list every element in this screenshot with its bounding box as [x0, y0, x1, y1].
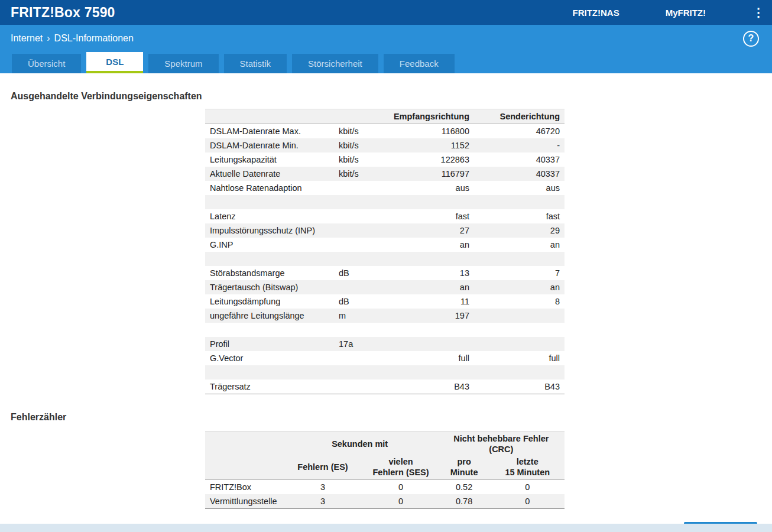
table-cell: Aktuelle Datenrate — [205, 167, 334, 181]
table-row: LeitungsdämpfungdB118 — [205, 294, 565, 309]
table-cell — [372, 323, 474, 337]
table-cell: 11 — [372, 294, 474, 309]
table-cell — [372, 337, 474, 351]
column-header: letzte 15 Minuten — [490, 455, 565, 480]
error-counter-table: Sekunden mit Nicht behebbare Fehler (CRC… — [205, 431, 565, 509]
table-cell: 0 — [364, 494, 437, 509]
column-header: vielen Fehlern (SES) — [364, 455, 437, 480]
table-row: Trägertausch (Bitswap)anan — [205, 280, 565, 294]
column-group-header: Sekunden mit — [282, 432, 438, 455]
button-row: Aktualisieren — [0, 509, 772, 524]
table-row: Latenzfastfast — [205, 209, 565, 223]
table-cell — [205, 365, 334, 379]
table-cell — [474, 337, 565, 351]
table-cell: an — [372, 238, 474, 252]
table-cell: Impulsstörungsschutz (INP) — [205, 223, 334, 238]
table-cell: Leitungsdämpfung — [205, 294, 334, 309]
table-cell: 3 — [282, 480, 364, 495]
tab-uebersicht[interactable]: Übersicht — [12, 54, 81, 73]
breadcrumb-section[interactable]: Internet — [11, 33, 43, 44]
fritzbox-page: FRITZ!Box 7590 FRITZ!NAS MyFRITZ! ⋮ Inte… — [0, 0, 772, 532]
breadcrumb: Internet › DSL-Informationen — [11, 33, 134, 44]
table-cell: 40337 — [474, 153, 565, 167]
table-cell: Störabstandsmarge — [205, 266, 334, 280]
table-cell — [334, 238, 372, 252]
table-cell: 197 — [372, 309, 474, 323]
table-cell — [205, 195, 334, 209]
table-cell — [334, 181, 372, 195]
tab-feedback[interactable]: Feedback — [384, 54, 455, 73]
table-cell: 0 — [490, 480, 565, 495]
tab-spektrum[interactable]: Spektrum — [148, 54, 218, 73]
table-cell — [474, 365, 565, 379]
table-cell — [334, 223, 372, 238]
table-cell: B43 — [474, 379, 565, 394]
table-cell: 40337 — [474, 167, 565, 181]
table-cell: kbit/s — [334, 153, 372, 167]
table-row — [205, 323, 565, 337]
column-header: Senderichtung — [474, 109, 565, 124]
table-cell: kbit/s — [334, 167, 372, 181]
table-cell: G.INP — [205, 238, 334, 252]
table-cell: 122863 — [372, 153, 474, 167]
table-cell — [334, 365, 372, 379]
table-cell: DSLAM-Datenrate Min. — [205, 138, 334, 153]
table-cell: 0 — [490, 494, 565, 509]
table-cell: FRITZ!Box — [205, 480, 282, 495]
fritznas-link[interactable]: FRITZ!NAS — [573, 8, 619, 18]
tab-statistik[interactable]: Statistik — [224, 54, 287, 73]
table-cell — [372, 195, 474, 209]
myfritz-link[interactable]: MyFRITZ! — [666, 8, 706, 18]
table-row: FRITZ!Box300.520 — [205, 480, 565, 495]
help-icon[interactable]: ? — [743, 31, 759, 47]
table-row — [205, 252, 565, 266]
footer-strip — [0, 524, 772, 532]
table-cell — [205, 323, 334, 337]
column-header — [205, 432, 282, 455]
table-cell: 29 — [474, 223, 565, 238]
table-cell — [372, 252, 474, 266]
column-group-header: Nicht behebbare Fehler (CRC) — [438, 432, 565, 455]
table-cell: 116800 — [372, 124, 474, 139]
top-bar-links: FRITZ!NAS MyFRITZ! ⋮ — [573, 5, 766, 20]
table-cell: 46720 — [474, 124, 565, 139]
table-cell: 8 — [474, 294, 565, 309]
table-header-row: Fehlern (ES) vielen Fehlern (SES) pro Mi… — [205, 455, 565, 480]
connection-table-header: Empfangsrichtung Senderichtung — [205, 109, 565, 124]
table-row: StörabstandsmargedB137 — [205, 266, 565, 280]
table-cell — [334, 379, 372, 394]
table-cell: ungefähre Leitungslänge — [205, 309, 334, 323]
table-cell — [474, 309, 565, 323]
table-row: Aktuelle Datenratekbit/s11679740337 — [205, 167, 565, 181]
table-row — [205, 365, 565, 379]
table-cell: 27 — [372, 223, 474, 238]
tab-dsl[interactable]: DSL — [86, 52, 143, 73]
blue-header-area: Internet › DSL-Informationen ? Übersicht… — [0, 25, 772, 73]
table-cell: an — [372, 280, 474, 294]
main-content: Ausgehandelte Verbindungseigenschaften E… — [0, 73, 772, 524]
table-cell: Profil — [205, 337, 334, 351]
column-header: Empfangsrichtung — [372, 109, 474, 124]
table-cell: 0.78 — [438, 494, 491, 509]
table-row: Leitungskapazitätkbit/s12286340337 — [205, 153, 565, 167]
table-cell: 7 — [474, 266, 565, 280]
table-cell: 0.52 — [438, 480, 491, 495]
table-cell — [474, 252, 565, 266]
table-cell — [334, 351, 372, 365]
column-header — [334, 109, 372, 124]
table-cell: an — [474, 280, 565, 294]
tab-stoersicherheit[interactable]: Störsicherheit — [292, 54, 378, 73]
table-row: Profil17a — [205, 337, 565, 351]
table-cell — [372, 365, 474, 379]
table-row: G.Vectorfullfull — [205, 351, 565, 365]
table-cell: G.Vector — [205, 351, 334, 365]
table-cell: Nahtlose Ratenadaption — [205, 181, 334, 195]
table-cell: m — [334, 309, 372, 323]
table-cell: Vermittlungsstelle — [205, 494, 282, 509]
table-cell: full — [474, 351, 565, 365]
chevron-right-icon: › — [47, 33, 50, 44]
kebab-menu-icon[interactable]: ⋮ — [752, 5, 765, 20]
table-cell: Leitungskapazität — [205, 153, 334, 167]
table-cell: 0 — [364, 480, 437, 495]
table-cell: 1152 — [372, 138, 474, 153]
